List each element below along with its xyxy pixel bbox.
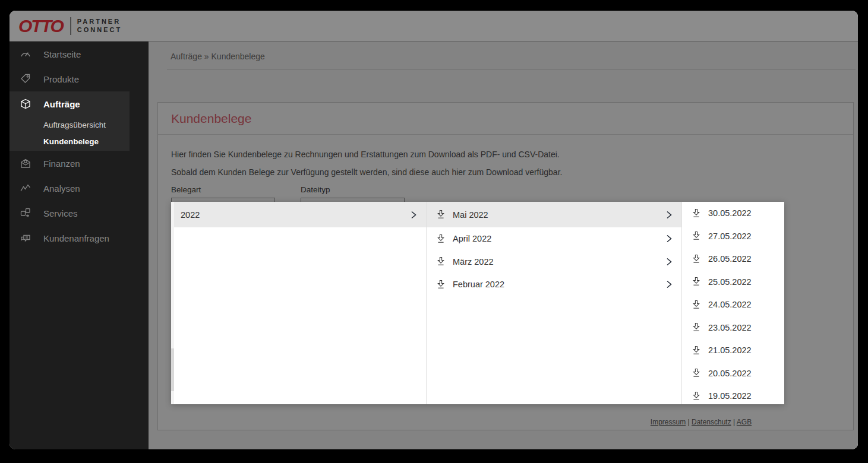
day-row[interactable]: 23.05.2022 [682,316,784,340]
day-label: 27.05.2022 [708,232,776,241]
gauge-icon [20,48,31,60]
sidebar-item-startseite[interactable]: Startseite [10,42,149,66]
year-column-scrollbar[interactable] [171,202,174,404]
download-icon[interactable] [692,254,701,264]
download-icon[interactable] [692,231,701,241]
month-label: April 2022 [453,234,665,243]
sidebar-item-auftraege[interactable]: Aufträge [10,91,130,116]
day-label: 24.05.2022 [708,300,776,309]
day-label: 25.05.2022 [708,277,776,287]
sidebar-subitem-label: Auftragsübersicht [43,120,106,129]
day-row[interactable]: 27.05.2022 [682,225,784,248]
day-row[interactable]: 24.05.2022 [682,293,784,316]
month-row[interactable]: Februar 2022 [427,273,681,296]
tag-icon [20,73,31,85]
sidebar-item-label: Kundenanfragen [43,233,109,243]
day-row[interactable]: 21.05.2022 [682,339,784,362]
day-column: 30.05.2022 27.05.2022 26.05.2022 [682,202,784,404]
download-icon[interactable] [436,234,446,244]
sidebar-item-label: Finanzen [43,158,80,169]
month-row[interactable]: März 2022 [427,250,681,274]
modules-icon [20,207,31,219]
sidebar-subitem-label: Kundenbelege [43,137,99,146]
month-column: Mai 2022 April 2022 [427,202,682,404]
month-row[interactable]: April 2022 [427,227,681,250]
chevron-right-icon [409,211,418,219]
download-icon[interactable] [436,256,446,267]
sidebar-subitem-kundenbelege[interactable]: Kundenbelege [10,133,130,150]
line-chart-icon [20,182,31,194]
sidebar-group-auftraege: Aufträge Auftragsübersicht Kundenbelege [10,91,130,151]
download-icon[interactable] [436,280,446,290]
chat-bubbles-icon [20,232,31,244]
day-row[interactable]: 30.05.2022 [682,202,784,225]
app-window: OTTO PARTNER CONNECT Startseite Produkte [10,11,858,449]
download-icon[interactable] [692,391,701,401]
day-row[interactable]: 19.05.2022 [682,385,784,404]
day-label: 20.05.2022 [708,369,776,378]
day-label: 23.05.2022 [708,323,776,332]
month-label: Mai 2022 [453,210,665,220]
month-label: März 2022 [453,257,665,267]
chevron-right-icon [665,280,673,288]
sidebar-item-label: Aufträge [43,99,80,109]
sidebar-item-kundenanfragen[interactable]: Kundenanfragen [10,226,149,250]
sidebar-item-services[interactable]: Services [10,201,149,226]
envelope-coin-icon [20,157,31,169]
sidebar-item-label: Startseite [43,49,81,59]
month-label: Februar 2022 [453,280,665,289]
sidebar-item-label: Produkte [43,74,79,84]
sidebar-subitem-auftragsuebersicht[interactable]: Auftragsübersicht [10,116,130,133]
chevron-right-icon [665,234,673,243]
day-label: 26.05.2022 [708,254,776,264]
download-icon[interactable] [692,277,701,287]
package-icon [20,98,31,110]
day-label: 19.05.2022 [708,391,776,401]
download-icon[interactable] [692,208,701,218]
sidebar-item-analysen[interactable]: Analysen [10,176,149,201]
file-browser-panel: 2022 Mai 2022 [171,202,784,404]
download-icon[interactable] [692,300,701,310]
download-icon[interactable] [692,345,701,356]
download-icon[interactable] [692,368,701,378]
download-icon[interactable] [436,210,446,220]
sidebar: Startseite Produkte Aufträge Auftragsübe… [10,42,149,449]
sidebar-item-label: Analysen [43,183,80,194]
year-label: 2022 [181,210,409,220]
year-column: 2022 [171,202,427,404]
day-label: 21.05.2022 [708,345,776,355]
day-row[interactable]: 26.05.2022 [682,248,784,271]
month-row[interactable]: Mai 2022 [427,202,681,227]
day-label: 30.05.2022 [708,208,776,218]
day-row[interactable]: 25.05.2022 [682,271,784,294]
chevron-right-icon [665,211,673,219]
sidebar-item-finanzen[interactable]: Finanzen [10,151,149,176]
sidebar-item-produkte[interactable]: Produkte [10,66,149,91]
day-row[interactable]: 20.05.2022 [682,362,784,385]
chevron-right-icon [665,258,673,266]
sidebar-item-label: Services [43,208,78,218]
download-icon[interactable] [692,322,701,332]
year-row-2022[interactable]: 2022 [171,202,426,227]
